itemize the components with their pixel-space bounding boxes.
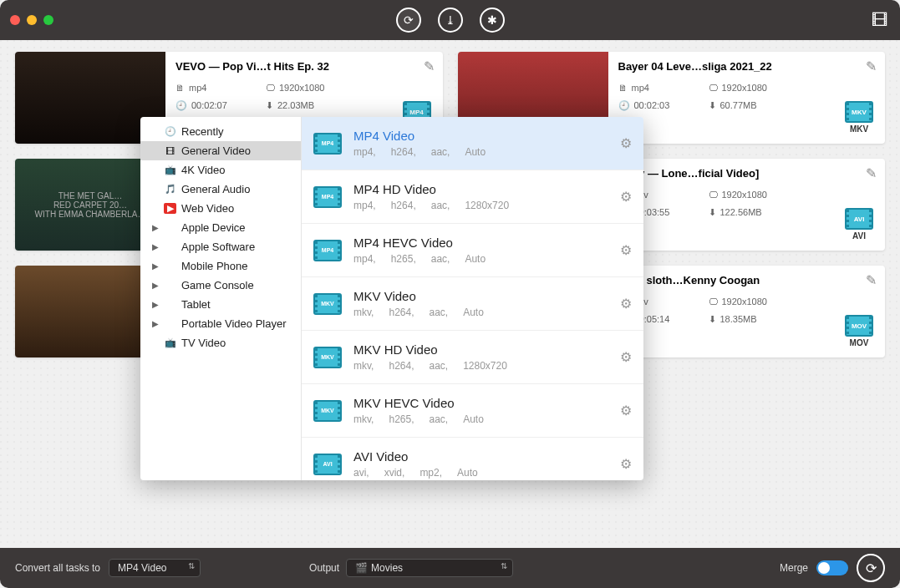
format-icon: MKV xyxy=(313,400,342,422)
start-convert-button[interactable]: ⟳ xyxy=(857,554,885,582)
convert-all-format-select[interactable]: MP4 Video xyxy=(109,559,201,577)
category-icon: 📺 xyxy=(164,165,176,175)
expand-arrow-icon: ▶ xyxy=(152,281,159,290)
format-specs: mkv,h264,aac,Auto xyxy=(353,307,620,318)
toolbox-tab-icon[interactable]: ✱ xyxy=(480,8,505,33)
sidebar-item-label: Apple Device xyxy=(181,221,246,234)
format-specs: mkv,h264,aac,1280x720 xyxy=(353,360,620,372)
close-window-button[interactable] xyxy=(10,15,20,25)
sidebar-item-apple-device[interactable]: ▶Apple Device xyxy=(140,218,301,237)
zoom-window-button[interactable] xyxy=(43,15,53,25)
sidebar-item-web-video[interactable]: ▶Web Video xyxy=(140,199,301,218)
format-settings-icon[interactable]: ⚙ xyxy=(620,403,632,418)
format-name: MP4 HEVC Video xyxy=(353,236,620,250)
convert-all-label: Convert all tasks to xyxy=(15,562,100,574)
category-icon xyxy=(164,318,176,329)
task-meta: 🗎mkv 🖵1920x1080 🕘00:05:14 ⬇18.35MB xyxy=(618,293,876,328)
format-settings-icon[interactable]: ⚙ xyxy=(620,456,632,472)
format-settings-icon[interactable]: ⚙ xyxy=(620,296,632,312)
task-title: y are sloth…Kenny Coogan xyxy=(618,274,876,286)
sidebar-item-game-console[interactable]: ▶Game Console xyxy=(140,276,301,295)
mode-tabs: ⟳ ⤓ ✱ xyxy=(396,8,505,33)
format-name: MP4 Video xyxy=(353,129,620,143)
sidebar-item-tv-video[interactable]: 📺TV Video xyxy=(140,333,301,352)
sidebar-item-tablet[interactable]: ▶Tablet xyxy=(140,295,301,314)
resolution: 1920x1080 xyxy=(279,79,324,97)
format-option-mp4-hevc-video[interactable]: MP4 MP4 HEVC Video mp4,h265,aac,Auto ⚙ xyxy=(302,224,643,277)
format-badge-label: MOV xyxy=(845,338,873,347)
output-folder-select[interactable]: 🎬Movies xyxy=(346,559,513,577)
output-path-label: Output xyxy=(309,562,339,574)
merge-toggle[interactable] xyxy=(816,560,848,575)
sidebar-item-label: Web Video xyxy=(181,202,234,215)
format-settings-icon[interactable]: ⚙ xyxy=(620,242,632,258)
edit-icon[interactable]: ✎ xyxy=(866,272,877,288)
sidebar-item-label: Game Console xyxy=(181,279,254,291)
resolution-icon: 🖵 xyxy=(266,79,275,97)
sidebar-item-general-audio[interactable]: 🎵General Audio xyxy=(140,180,301,199)
resolution-icon: 🖵 xyxy=(709,186,718,204)
format-specs: avi,xvid,mp2,Auto xyxy=(353,467,620,479)
file-ext-icon: 🗎 xyxy=(618,79,628,97)
format-badge-icon: MKV xyxy=(845,101,873,123)
task-title: Bayer 04 Leve…sliga 2021_22 xyxy=(618,60,876,73)
format-option-avi-video[interactable]: AVI AVI Video avi,xvid,mp2,Auto ⚙ xyxy=(302,438,643,480)
sidebar-item-portable-video-player[interactable]: ▶Portable Video Player xyxy=(140,314,301,333)
filesize: 18.35MB xyxy=(720,311,757,328)
format-settings-icon[interactable]: ⚙ xyxy=(620,189,632,205)
format-specs: mp4,h264,aac,1280x720 xyxy=(353,200,620,211)
edit-icon[interactable]: ✎ xyxy=(424,58,435,74)
media-library-icon[interactable]: 🎞 xyxy=(872,11,888,30)
format-icon: MP4 xyxy=(313,240,342,261)
sidebar-item-mobile-phone[interactable]: ▶Mobile Phone xyxy=(140,256,301,276)
filesize: 60.77MB xyxy=(720,97,757,114)
sidebar-item-apple-software[interactable]: ▶Apple Software xyxy=(140,237,301,256)
expand-arrow-icon: ▶ xyxy=(152,319,159,328)
output-format-button[interactable]: MKV MKV xyxy=(845,101,873,134)
expand-arrow-icon: ▶ xyxy=(152,223,159,232)
format-icon: MP4 xyxy=(313,186,342,208)
sidebar-item-label: Recently xyxy=(181,125,224,138)
format-option-mp4-hd-video[interactable]: MP4 MP4 HD Video mp4,h264,aac,1280x720 ⚙ xyxy=(302,170,643,224)
sidebar-item-label: General Video xyxy=(181,144,251,157)
task-meta: 🗎mp4 🖵1920x1080 🕘00:02:07 ⬇22.03MB xyxy=(175,79,433,114)
sidebar-item-recently[interactable]: 🕘Recently xyxy=(140,122,301,141)
expand-arrow-icon: ▶ xyxy=(152,242,159,251)
edit-icon[interactable]: ✎ xyxy=(866,165,877,181)
sidebar-item-4k-video[interactable]: 📺4K Video xyxy=(140,160,301,180)
minimize-window-button[interactable] xyxy=(27,15,37,25)
format-option-mkv-hd-video[interactable]: MKV MKV HD Video mkv,h264,aac,1280x720 ⚙ xyxy=(302,331,643,384)
format-specs: mp4,h264,aac,Auto xyxy=(353,146,620,158)
resolution: 1920x1080 xyxy=(722,186,767,204)
format-option-mp4-video[interactable]: MP4 MP4 Video mp4,h264,aac,Auto ⚙ xyxy=(302,117,643,170)
filesize: 22.03MB xyxy=(277,97,314,114)
sidebar-item-label: Portable Video Player xyxy=(181,317,287,330)
format-settings-icon[interactable]: ⚙ xyxy=(620,135,632,151)
task-title: Baby — Lone…ficial Video] xyxy=(618,167,876,180)
expand-arrow-icon: ▶ xyxy=(152,300,159,309)
format-option-mkv-video[interactable]: MKV MKV Video mkv,h264,aac,Auto ⚙ xyxy=(302,277,643,331)
format-option-mkv-hevc-video[interactable]: MKV MKV HEVC Video mkv,h265,aac,Auto ⚙ xyxy=(302,384,643,438)
resolution-icon: 🖵 xyxy=(709,293,718,311)
output-format-button[interactable]: MOV MOV xyxy=(845,315,873,347)
filesize-icon: ⬇ xyxy=(709,97,716,114)
duration: 00:02:07 xyxy=(191,97,227,114)
format-settings-icon[interactable]: ⚙ xyxy=(620,349,632,365)
category-icon xyxy=(164,299,176,310)
sidebar-item-general-video[interactable]: 🎞General Video xyxy=(140,141,301,160)
download-tab-icon[interactable]: ⤓ xyxy=(438,8,463,33)
duration: 00:02:03 xyxy=(634,97,670,114)
merge-label: Merge xyxy=(780,562,808,574)
format-name: MKV HEVC Video xyxy=(353,396,620,410)
format-icon: MP4 xyxy=(313,133,342,155)
file-ext: mp4 xyxy=(632,79,649,97)
format-name: AVI Video xyxy=(353,449,620,464)
convert-tab-icon[interactable]: ⟳ xyxy=(396,8,421,33)
category-icon xyxy=(164,222,176,233)
output-format-button[interactable]: AVI AVI xyxy=(845,208,873,241)
edit-icon[interactable]: ✎ xyxy=(866,58,877,74)
category-icon: 🕘 xyxy=(164,126,176,137)
category-icon xyxy=(164,241,176,252)
format-badge-icon: MOV xyxy=(845,315,873,337)
format-list: MP4 MP4 Video mp4,h264,aac,Auto ⚙MP4 MP4… xyxy=(302,117,643,480)
